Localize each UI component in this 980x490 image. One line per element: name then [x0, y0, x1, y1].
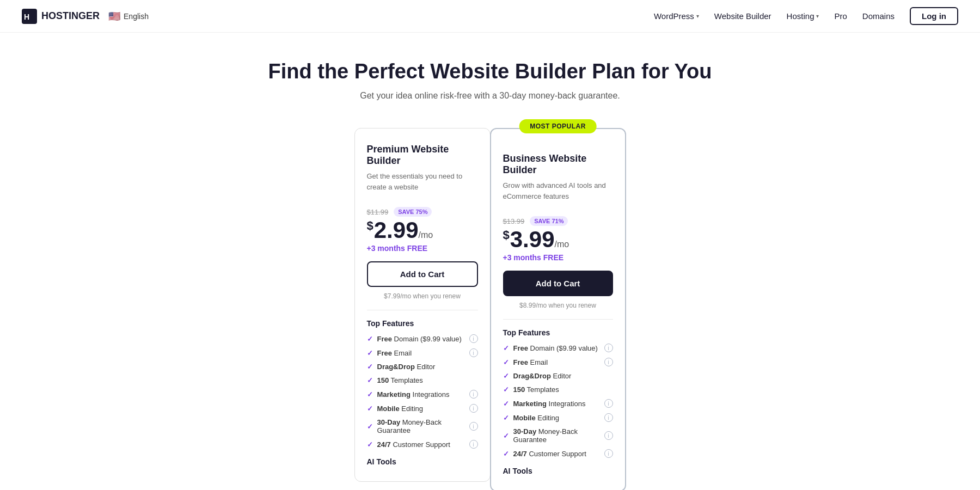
plan-business-add-cart-button[interactable]: Add to Cart	[503, 271, 613, 296]
hero-subtitle: Get your idea online risk-free with a 30…	[11, 91, 969, 101]
check-icon: ✓	[503, 372, 509, 380]
navbar: H HOSTINGER 🇺🇸 English WordPress ▾ Websi…	[0, 0, 980, 33]
check-icon: ✓	[367, 335, 373, 343]
plan-premium-divider	[367, 310, 478, 310]
language-label: English	[124, 12, 149, 21]
feature-mobile-text: Mobile Editing	[513, 414, 560, 422]
info-icon[interactable]: i	[604, 431, 613, 440]
plan-business-renew-price: $8.99/mo when you renew	[503, 302, 613, 309]
feature-support-text: 24/7 Customer Support	[513, 450, 586, 458]
check-icon: ✓	[503, 344, 509, 352]
info-icon[interactable]: i	[469, 348, 478, 357]
plan-premium: Premium Website Builder Get the essentia…	[354, 128, 491, 482]
login-button[interactable]: Log in	[910, 7, 958, 25]
check-icon: ✓	[367, 422, 373, 431]
feature-support: ✓ 24/7 Customer Support i	[367, 440, 478, 449]
feature-moneyback: ✓ 30-Day Money-Back Guarantee i	[503, 427, 613, 444]
check-icon: ✓	[503, 400, 509, 408]
nav-pro[interactable]: Pro	[834, 11, 847, 21]
plan-premium-add-cart-button[interactable]: Add to Cart	[367, 261, 478, 287]
nav-website-builder[interactable]: Website Builder	[714, 11, 771, 21]
check-icon: ✓	[503, 450, 509, 458]
feature-domain-text: Free Domain ($9.99 value)	[377, 335, 462, 343]
feature-marketing: ✓ Marketing Integrations i	[503, 399, 613, 408]
check-icon: ✓	[367, 349, 373, 357]
feature-moneyback: ✓ 30-Day Money-Back Guarantee i	[367, 418, 478, 434]
plan-business-name: Business Website Builder	[503, 153, 613, 176]
info-icon[interactable]: i	[469, 404, 478, 413]
feature-support-text: 24/7 Customer Support	[377, 440, 450, 449]
check-icon: ✓	[367, 376, 373, 384]
check-icon: ✓	[503, 358, 509, 366]
check-icon: ✓	[503, 432, 509, 440]
plan-premium-period: /mo	[419, 230, 433, 240]
check-icon: ✓	[367, 363, 373, 371]
info-icon[interactable]: i	[469, 422, 478, 431]
hero-title: Find the Perfect Website Builder Plan fo…	[11, 60, 969, 83]
plan-premium-price-main: 2.99	[374, 217, 419, 243]
feature-mobile: ✓ Mobile Editing i	[367, 404, 478, 413]
info-icon[interactable]: i	[604, 449, 613, 458]
info-icon[interactable]: i	[469, 390, 478, 399]
plan-business-save-badge: SAVE 71%	[530, 216, 568, 226]
plan-premium-save-badge: SAVE 75%	[394, 207, 432, 217]
plan-business: MOST POPULAR Business Website Builder Gr…	[490, 128, 626, 490]
feature-moneyback-text: 30-Day Money-Back Guarantee	[377, 418, 469, 434]
logo-text: HOSTINGER	[41, 10, 100, 22]
info-icon[interactable]: i	[469, 334, 478, 343]
logo[interactable]: H HOSTINGER	[22, 9, 100, 24]
feature-email-text: Free Email	[377, 349, 412, 357]
nav-right: WordPress ▾ Website Builder Hosting ▾ Pr…	[654, 7, 958, 25]
nav-hosting[interactable]: Hosting ▾	[787, 11, 819, 21]
feature-marketing-text: Marketing Integrations	[513, 400, 586, 408]
check-icon: ✓	[503, 414, 509, 422]
feature-email: ✓ Free Email i	[367, 348, 478, 357]
feature-domain: ✓ Free Domain ($9.99 value) i	[367, 334, 478, 343]
plan-business-desc: Grow with advanced AI tools and eCommerc…	[503, 180, 613, 207]
feature-dragdrop-text: Drag&Drop Editor	[513, 372, 572, 380]
feature-moneyback-text: 30-Day Money-Back Guarantee	[513, 427, 604, 444]
info-icon[interactable]: i	[469, 440, 478, 449]
info-icon[interactable]: i	[604, 399, 613, 408]
info-icon[interactable]: i	[604, 413, 613, 422]
chevron-down-icon: ▾	[696, 13, 699, 19]
feature-templates: ✓ 150 Templates	[367, 376, 478, 384]
plan-business-period: /mo	[555, 240, 569, 249]
info-icon[interactable]: i	[604, 358, 613, 366]
nav-left: H HOSTINGER 🇺🇸 English	[22, 9, 149, 24]
feature-mobile: ✓ Mobile Editing i	[503, 413, 613, 422]
feature-marketing: ✓ Marketing Integrations i	[367, 390, 478, 399]
plan-premium-name: Premium Website Builder	[367, 144, 478, 167]
feature-dragdrop-text: Drag&Drop Editor	[377, 363, 436, 371]
plan-premium-dollar: $	[367, 219, 373, 232]
plan-premium-features-title: Top Features	[367, 319, 478, 328]
feature-support: ✓ 24/7 Customer Support i	[503, 449, 613, 458]
plan-premium-renew-price: $7.99/mo when you renew	[367, 292, 478, 300]
plan-business-features-title: Top Features	[503, 328, 613, 337]
hero-section: Find the Perfect Website Builder Plan fo…	[0, 33, 980, 117]
plan-premium-ai-title: AI Tools	[367, 457, 478, 469]
plans-container: Premium Website Builder Get the essentia…	[0, 117, 980, 490]
plan-business-free-months: +3 months FREE	[503, 253, 613, 262]
plan-business-dollar: $	[503, 228, 510, 242]
feature-domain: ✓ Free Domain ($9.99 value) i	[503, 344, 613, 352]
feature-dragdrop: ✓ Drag&Drop Editor	[503, 372, 613, 380]
feature-mobile-text: Mobile Editing	[377, 405, 424, 413]
nav-wordpress[interactable]: WordPress ▾	[654, 11, 699, 21]
svg-text:H: H	[24, 13, 29, 21]
nav-domains[interactable]: Domains	[862, 11, 895, 21]
feature-templates: ✓ 150 Templates	[503, 385, 613, 394]
check-icon: ✓	[367, 440, 373, 449]
language-selector[interactable]: 🇺🇸 English	[108, 10, 149, 22]
info-icon[interactable]: i	[604, 344, 613, 352]
feature-email: ✓ Free Email i	[503, 358, 613, 366]
feature-domain-text: Free Domain ($9.99 value)	[513, 344, 598, 352]
check-icon: ✓	[367, 390, 373, 399]
check-icon: ✓	[367, 405, 373, 413]
plan-business-price-main: 3.99	[510, 226, 555, 252]
plan-business-current-price: $3.99/mo	[503, 228, 613, 251]
plan-business-original-price: $13.99	[503, 217, 525, 225]
feature-email-text: Free Email	[513, 358, 548, 366]
plan-premium-price-row: $11.99 SAVE 75%	[367, 207, 478, 217]
logo-icon: H	[22, 9, 37, 24]
